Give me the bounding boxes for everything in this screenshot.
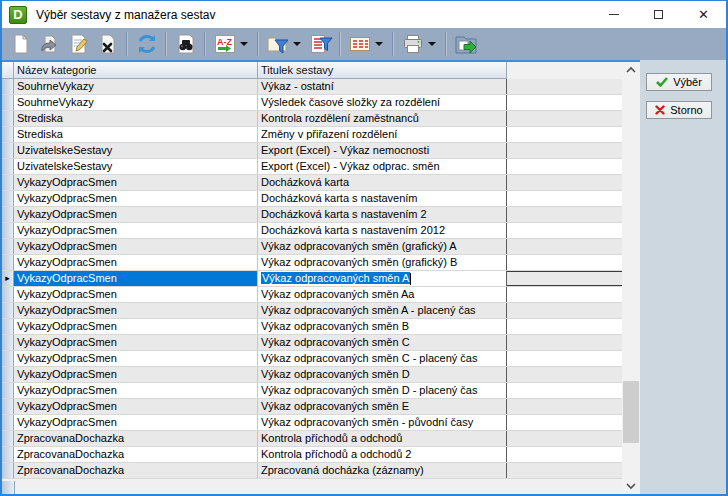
title-cell: Výsledek časové složky za rozdělení	[258, 95, 507, 110]
category-cell: ZpracovanaDochazka	[14, 463, 258, 478]
table-row[interactable]: StrediskaKontrola rozdělení zaměstnanců	[2, 111, 622, 127]
row-indicator-cell	[2, 255, 14, 270]
table-row[interactable]: VykazyOdpracSmenDocházková karta s nasta…	[2, 223, 622, 239]
cancel-button[interactable]: Storno	[646, 101, 712, 119]
row-indicator-cell	[2, 319, 14, 334]
row-indicator-cell	[2, 207, 14, 222]
row-indicator-cell	[2, 79, 14, 94]
toolbar-separator	[257, 32, 259, 56]
title-cell: Výkaz odpracovaných směn B	[258, 319, 507, 334]
category-cell: VykazyOdpracSmen	[14, 207, 258, 222]
table-row[interactable]: VykazyOdpracSmenVýkaz odpracovaných směn…	[2, 319, 622, 335]
table-row[interactable]: VykazyOdpracSmenDocházková karta s nasta…	[2, 207, 622, 223]
table-row[interactable]: VykazyOdpracSmenVýkaz odpracovaných směn…	[2, 287, 622, 303]
table-row[interactable]: SouhrneVykazyVýkaz - ostatní	[2, 79, 622, 95]
table-row[interactable]: UzivatelskeSestavyExport (Excel) - Výkaz…	[2, 159, 622, 175]
column-header-title[interactable]: Titulek sestavy	[258, 62, 507, 79]
table-row[interactable]: VykazyOdpracSmenVýkaz odpracovaných směn…	[2, 399, 622, 415]
find-button[interactable]	[171, 31, 200, 58]
table-row[interactable]: SouhrneVykazyVýsledek časové složky za r…	[2, 95, 622, 111]
columns-dropdown-arrow-icon[interactable]	[375, 42, 383, 46]
title-cell: Výkaz odpracovaných směn (grafický) B	[258, 255, 507, 270]
category-cell: VykazyOdpracSmen	[14, 239, 258, 254]
table-row[interactable]: ZpracovanaDochazkaZpracovaná docházka (z…	[2, 463, 622, 479]
table-header-row: Název kategorie Titulek sestavy	[2, 62, 622, 79]
export-button[interactable]	[451, 31, 480, 58]
select-button-label: Výběr	[673, 76, 702, 88]
row-indicator-cell	[2, 415, 14, 430]
table-row[interactable]: VykazyOdpracSmenVýkaz odpracovaných směn…	[2, 255, 622, 271]
edit-report-icon	[68, 33, 90, 55]
row-indicator-cell	[2, 431, 14, 446]
table-row[interactable]: ZpracovanaDochazkaKontrola příchodů a od…	[2, 431, 622, 447]
print-button[interactable]	[398, 31, 427, 58]
filter-button[interactable]	[263, 31, 292, 58]
refresh-button[interactable]	[132, 31, 161, 58]
filter-folder-icon	[266, 33, 290, 55]
delete-report-button[interactable]	[93, 31, 122, 58]
row-indicator-cell	[2, 95, 14, 110]
title-cell: Výkaz odpracovaných směn D	[258, 367, 507, 382]
selected-text: Výkaz odpracovaných směn A	[261, 272, 410, 284]
table-row[interactable]: VykazyOdpracSmenVýkaz odpracovaných směn…	[2, 367, 622, 383]
table-row[interactable]: VykazyOdpracSmenVýkaz odpracovaných směn…	[2, 335, 622, 351]
row-indicator-cell	[2, 239, 14, 254]
table-empty-area	[2, 481, 622, 494]
row-indicator-cell	[2, 399, 14, 414]
table-row[interactable]: UzivatelskeSestavyExport (Excel) - Výkaz…	[2, 143, 622, 159]
filter-dropdown-arrow-icon[interactable]	[293, 42, 301, 46]
category-cell: VykazyOdpracSmen	[14, 383, 258, 398]
title-cell: Docházková karta s nastavením	[258, 191, 507, 206]
row-indicator-cell	[2, 223, 14, 238]
category-cell: SouhrneVykazy	[14, 79, 258, 94]
title-cell: Výkaz odpracovaných směn (grafický) A	[258, 239, 507, 254]
scroll-up-button[interactable]	[622, 62, 640, 78]
app-icon: D	[9, 6, 27, 24]
delete-report-icon	[97, 33, 119, 55]
title-cell: Výkaz odpracovaných směn Aa	[258, 287, 507, 302]
columns-button[interactable]	[345, 31, 374, 58]
table-row[interactable]: VykazyOdpracSmenVýkaz odpracovaných směn…	[2, 351, 622, 367]
title-cell: Zpracovaná docházka (záznamy)	[258, 463, 507, 478]
vertical-scrollbar[interactable]	[622, 60, 640, 494]
chevron-up-icon	[625, 66, 637, 74]
report-table: Název kategorie Titulek sestavy SouhrneV…	[2, 60, 622, 494]
table-row[interactable]: VykazyOdpracSmenVýkaz odpracovaných směn…	[2, 383, 622, 399]
table-row[interactable]: VykazyOdpracSmenDocházková karta s nasta…	[2, 191, 622, 207]
scrollbar-thumb[interactable]	[623, 381, 639, 443]
category-cell: UzivatelskeSestavy	[14, 143, 258, 158]
print-dropdown-arrow-icon[interactable]	[428, 42, 436, 46]
filter-list-button[interactable]	[306, 31, 335, 58]
table-row[interactable]: VykazyOdpracSmenDocházková karta	[2, 175, 622, 191]
cross-icon	[655, 105, 665, 115]
table-row[interactable]: ZpracovanaDochazkaKontrola příchodů a od…	[2, 447, 622, 463]
sort-dropdown-arrow-icon[interactable]	[240, 42, 248, 46]
table-row[interactable]: ▸VykazyOdpracSmenVýkaz odpracovaných smě…	[2, 271, 622, 287]
close-button[interactable]: ✕	[681, 1, 726, 28]
table-row[interactable]: VykazyOdpracSmenVýkaz odpracovaných směn…	[2, 303, 622, 319]
title-bar: D Výběr sestavy z manažera sestav ✕	[2, 1, 726, 28]
minimize-icon	[609, 14, 619, 15]
row-indicator-header	[2, 62, 14, 79]
table-row[interactable]: VykazyOdpracSmenVýkaz odpracovaných směn…	[2, 415, 622, 431]
row-indicator-cell	[2, 463, 14, 478]
select-button[interactable]: Výběr	[646, 73, 712, 91]
sort-az-button[interactable]: A-Z	[210, 31, 239, 58]
edit-report-button[interactable]	[64, 31, 93, 58]
copy-report-button[interactable]	[35, 31, 64, 58]
title-cell: Výkaz odpracovaných směn A	[258, 271, 507, 286]
scroll-down-button[interactable]	[622, 478, 640, 494]
row-indicator-column	[2, 481, 15, 494]
table-row[interactable]: StrediskaZměny v přiřazení rozdělení	[2, 127, 622, 143]
category-cell: Strediska	[14, 127, 258, 142]
new-report-button[interactable]	[6, 31, 35, 58]
table-row[interactable]: VykazyOdpracSmenVýkaz odpracovaných směn…	[2, 239, 622, 255]
title-cell: Export (Excel) - Výkaz nemocnosti	[258, 143, 507, 158]
minimize-button[interactable]	[591, 1, 636, 28]
title-cell: Docházková karta	[258, 175, 507, 190]
maximize-button[interactable]	[636, 1, 681, 28]
column-header-category[interactable]: Název kategorie	[14, 62, 258, 79]
row-indicator-cell	[2, 351, 14, 366]
row-indicator-cell	[2, 383, 14, 398]
toolbar-separator	[204, 32, 206, 56]
